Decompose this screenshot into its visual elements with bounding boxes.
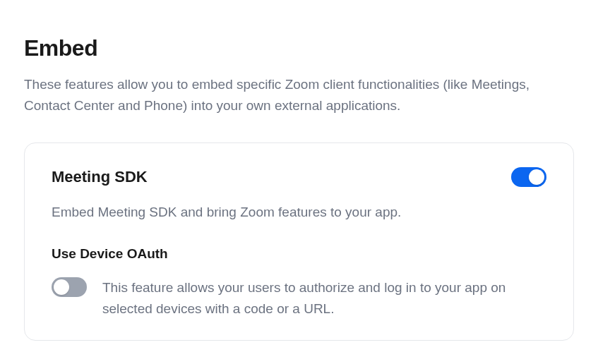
meeting-sdk-description: Embed Meeting SDK and bring Zoom feature…: [52, 202, 546, 223]
page-description: These features allow you to embed specif…: [24, 74, 574, 117]
meeting-sdk-title: Meeting SDK: [52, 168, 148, 186]
meeting-sdk-header: Meeting SDK: [52, 167, 546, 187]
device-oauth-description: This feature allows your users to author…: [102, 277, 546, 319]
device-oauth-row: This feature allows your users to author…: [52, 277, 546, 319]
device-oauth-title: Use Device OAuth: [52, 246, 546, 262]
device-oauth-toggle[interactable]: [52, 277, 87, 297]
toggle-knob: [529, 169, 544, 185]
page-title: Embed: [24, 35, 574, 61]
meeting-sdk-card: Meeting SDK Embed Meeting SDK and bring …: [24, 142, 574, 341]
meeting-sdk-toggle[interactable]: [511, 167, 546, 187]
